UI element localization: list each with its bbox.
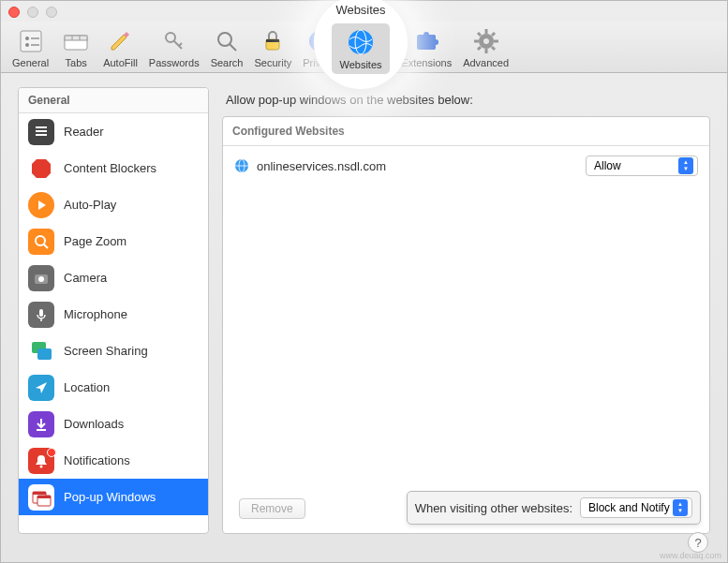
chevron-updown-icon: [678, 157, 693, 174]
svg-rect-13: [266, 39, 279, 42]
play-icon: [28, 192, 54, 218]
svg-point-37: [36, 236, 45, 245]
main-heading: Allow pop-up windows on the websites bel…: [222, 87, 710, 116]
sidebar-item-microphone[interactable]: Microphone: [19, 296, 208, 333]
sidebar-item-notifications[interactable]: Notifications: [19, 442, 208, 479]
svg-rect-2: [31, 37, 39, 39]
svg-point-1: [25, 37, 29, 40]
tab-label: General: [12, 57, 49, 68]
sidebar-item-label: Screen Sharing: [64, 344, 148, 358]
highlight-label: Websites: [339, 59, 381, 70]
svg-point-30: [349, 30, 373, 54]
sidebar-item-label: Camera: [64, 271, 107, 285]
select-value: Block and Notify: [588, 501, 670, 514]
svg-line-11: [230, 44, 236, 51]
tab-label: Security: [254, 57, 291, 68]
tab-search[interactable]: Search: [205, 25, 249, 70]
sidebar-item-camera[interactable]: Camera: [19, 259, 208, 296]
sidebar-item-autoplay[interactable]: Auto-Play: [19, 186, 208, 223]
sidebar-item-popup-windows[interactable]: Pop-up Windows: [19, 479, 208, 515]
svg-rect-49: [37, 496, 51, 498]
sidebar-item-label: Notifications: [64, 453, 130, 467]
svg-rect-33: [36, 130, 47, 132]
chevron-updown-icon: [673, 499, 688, 516]
remove-button[interactable]: Remove: [239, 498, 305, 519]
tab-security[interactable]: Security: [248, 25, 297, 70]
mic-icon: [28, 302, 54, 328]
lock-icon: [259, 27, 287, 55]
zoom-icon: [28, 229, 54, 255]
remove-label: Remove: [251, 502, 293, 515]
sidebar-item-label: Auto-Play: [64, 198, 116, 212]
tab-tabs[interactable]: Tabs: [54, 25, 97, 70]
website-row[interactable]: onlineservices.nsdl.com Allow: [232, 150, 700, 182]
window-zoom-button[interactable]: [46, 7, 57, 18]
svg-point-3: [25, 43, 29, 47]
websites-sidebar: General Reader Content Blockers Auto-Pla…: [18, 87, 209, 534]
sidebar-item-label: Downloads: [64, 417, 124, 431]
tab-label: Advanced: [463, 57, 509, 68]
default-policy-label: When visiting other websites:: [415, 501, 572, 515]
website-domain: onlineservices.nsdl.com: [257, 159, 386, 173]
select-value: Allow: [594, 159, 621, 172]
help-button[interactable]: ?: [688, 532, 708, 553]
svg-line-38: [44, 244, 48, 248]
sidebar-item-screen-sharing[interactable]: Screen Sharing: [19, 333, 208, 369]
svg-rect-34: [36, 134, 47, 136]
panel-header: Configured Websites: [223, 117, 709, 145]
sidebar-item-label: Microphone: [64, 307, 127, 321]
search-icon: [213, 27, 241, 55]
puzzle-icon: [412, 27, 440, 55]
tabs-icon: [62, 27, 90, 55]
svg-line-29: [492, 33, 495, 36]
gear-icon: [472, 27, 500, 55]
svg-rect-6: [65, 36, 87, 40]
window-close-button[interactable]: [8, 7, 20, 18]
tab-label: AutoFill: [103, 57, 138, 68]
sidebar-item-reader[interactable]: Reader: [19, 113, 208, 150]
globe-icon: [346, 27, 376, 57]
tab-general[interactable]: General: [7, 25, 54, 70]
sidebar-item-label: Page Zoom: [64, 234, 126, 248]
tab-label: Extensions: [401, 57, 452, 68]
tab-autofill[interactable]: AutoFill: [97, 25, 143, 70]
svg-rect-32: [36, 126, 47, 128]
sidebar-item-location[interactable]: Location: [19, 369, 208, 406]
screenshare-icon: [28, 338, 54, 364]
download-icon: [28, 411, 54, 437]
svg-marker-35: [32, 159, 51, 178]
default-policy-bar: When visiting other websites: Block and …: [407, 491, 701, 525]
location-icon: [28, 375, 54, 401]
default-policy-select[interactable]: Block and Notify: [580, 497, 692, 518]
svg-point-19: [433, 39, 438, 45]
sidebar-item-content-blockers[interactable]: Content Blockers: [19, 150, 208, 186]
tab-passwords[interactable]: Passwords: [143, 25, 205, 70]
svg-rect-0: [21, 31, 41, 52]
sidebar-header: General: [19, 88, 208, 113]
svg-rect-43: [37, 348, 52, 360]
sidebar-item-page-zoom[interactable]: Page Zoom: [19, 223, 208, 259]
key-icon: [160, 27, 188, 55]
highlight-title: Websites: [335, 3, 385, 17]
stop-icon: [28, 156, 54, 182]
notification-badge: [47, 448, 56, 457]
window-minimize-button[interactable]: [27, 7, 38, 18]
watermark: www.deuaq.com: [660, 551, 721, 560]
pencil-icon: [106, 27, 134, 55]
svg-line-27: [492, 47, 495, 50]
svg-line-26: [478, 33, 481, 36]
website-permission-select[interactable]: Allow: [586, 156, 698, 176]
camera-icon: [28, 265, 54, 291]
svg-point-45: [40, 465, 43, 467]
tab-label: Tabs: [66, 57, 87, 68]
tab-label: Passwords: [149, 57, 200, 68]
sidebar-item-label: Pop-up Windows: [64, 490, 156, 504]
reader-icon: [28, 119, 54, 145]
svg-point-21: [483, 38, 489, 44]
tab-advanced[interactable]: Advanced: [457, 25, 514, 70]
switches-icon: [17, 27, 45, 55]
sidebar-item-downloads[interactable]: Downloads: [19, 406, 208, 442]
popup-icon: [28, 484, 54, 511]
sidebar-item-label: Location: [64, 380, 110, 394]
svg-rect-4: [31, 44, 39, 46]
